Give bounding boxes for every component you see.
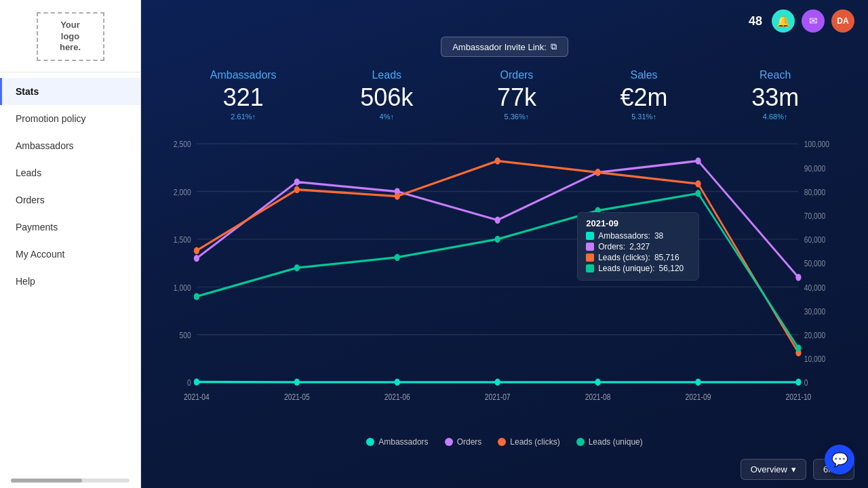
svg-point-35 [695,378,701,385]
overview-chevron: ▾ [791,464,796,474]
top-bar: 48 🔔 ✉ DA [141,0,868,33]
stat-label-ambassadors: Ambassadors [210,69,277,81]
sidebar-item-leads[interactable]: Leads [0,159,140,186]
svg-point-49 [695,180,701,187]
chart-svg: 05001,0001,5002,0002,500010,00020,00030,… [155,126,854,426]
stat-change-orders: 5.36%↑ [497,113,536,121]
svg-point-32 [395,378,400,385]
svg-point-48 [595,169,600,176]
svg-point-55 [595,207,600,214]
svg-point-52 [294,264,300,271]
svg-point-56 [695,190,701,197]
svg-point-42 [695,157,701,164]
logo: Your logo here. [37,12,104,61]
svg-point-36 [795,378,801,385]
chat-bubble[interactable]: 💬 [825,445,854,474]
stat-value-reach: 33m [751,84,799,111]
svg-text:20,000: 20,000 [804,329,826,339]
bottom-bar: Overview ▾ 6M ▾ [141,453,868,488]
stat-change-sales: 5.31%↑ [620,113,668,121]
stat-change-ambassadors: 2.61%↑ [210,113,277,121]
bell-icon[interactable]: 🔔 [772,9,795,33]
chart-legend: Ambassadors Orders Leads (clicks) Leads … [141,433,868,453]
legend-label: Ambassadors [378,437,428,447]
svg-text:500: 500 [179,329,191,339]
svg-point-53 [395,253,400,260]
svg-text:50,000: 50,000 [804,258,826,268]
overview-dropdown[interactable]: Overview ▾ [741,459,806,480]
stat-label-reach: Reach [751,69,799,81]
svg-point-31 [294,378,300,385]
stat-label-sales: Sales [620,69,668,81]
svg-text:0: 0 [804,378,808,387]
sidebar-item-stats[interactable]: Stats [0,78,140,105]
svg-text:2021-04: 2021-04 [184,392,210,401]
legend-dot [498,438,506,446]
sidebar-item-orders[interactable]: Orders [0,186,140,214]
sidebar-item-ambassadors[interactable]: Ambassadors [0,132,140,159]
svg-text:80,000: 80,000 [804,186,826,196]
svg-text:40,000: 40,000 [804,282,826,291]
sidebar: Your logo here. StatsPromotion policyAmb… [0,0,141,488]
sidebar-item-help[interactable]: Help [0,268,140,295]
legend-dot [576,438,585,446]
stat-orders: Orders 77k 5.36%↑ [497,69,536,121]
svg-point-47 [495,157,500,164]
svg-text:2021-08: 2021-08 [585,392,611,401]
sidebar-item-payments[interactable]: Payments [0,214,140,241]
svg-point-44 [194,247,199,253]
main-content: 48 🔔 ✉ DA Ambassador Invite Link: ⧉ Amba… [141,0,868,488]
stat-value-ambassadors: 321 [210,84,277,111]
stat-ambassadors: Ambassadors 321 2.61%↑ [210,69,277,121]
svg-text:2021-10: 2021-10 [786,392,812,401]
stat-value-orders: 77k [497,84,536,111]
stat-value-sales: €2m [620,84,668,111]
svg-point-34 [595,378,600,385]
mail-icon[interactable]: ✉ [802,9,825,33]
legend-item-ambassadors: Ambassadors [366,437,428,447]
svg-text:30,000: 30,000 [804,306,826,315]
overview-label: Overview [751,464,787,474]
notification-count: 48 [749,14,762,28]
svg-text:2021-05: 2021-05 [284,392,310,401]
svg-text:2021-09: 2021-09 [686,392,711,401]
sidebar-item-my-account[interactable]: My Account [0,241,140,268]
sidebar-scrollbar-thumb [11,479,82,483]
svg-text:100,000: 100,000 [804,139,830,148]
sidebar-scrollbar[interactable] [11,479,130,483]
nav-menu: StatsPromotion policyAmbassadorsLeadsOrd… [0,73,140,473]
svg-text:2021-06: 2021-06 [384,392,410,401]
svg-point-54 [495,235,500,242]
stat-value-leads: 506k [360,84,413,111]
invite-link-button[interactable]: Ambassador Invite Link: ⧉ [441,37,568,57]
svg-point-40 [495,216,500,223]
svg-point-51 [194,293,199,300]
svg-text:1,000: 1,000 [174,282,191,291]
legend-item-leads-(unique): Leads (unique) [576,437,643,447]
invite-link-bar: Ambassador Invite Link: ⧉ [141,37,868,57]
invite-link-label: Ambassador Invite Link: [452,42,547,52]
sidebar-item-promotion-policy[interactable]: Promotion policy [0,105,140,132]
svg-text:2021-07: 2021-07 [485,392,511,401]
legend-label: Orders [457,437,482,447]
avatar[interactable]: DA [831,9,854,33]
stat-change-leads: 4%↑ [360,113,413,121]
chart-container: 05001,0001,5002,0002,500010,00020,00030,… [141,126,868,433]
svg-text:70,000: 70,000 [804,210,826,220]
svg-point-45 [294,186,300,192]
svg-text:60,000: 60,000 [804,235,826,244]
svg-point-46 [395,192,400,199]
stat-sales: Sales €2m 5.31%↑ [620,69,668,121]
legend-dot [366,438,374,446]
svg-point-38 [294,178,300,185]
svg-text:2,000: 2,000 [174,186,191,196]
legend-label: Leads (clicks) [510,437,559,447]
stat-leads: Leads 506k 4%↑ [360,69,413,121]
legend-item-leads-(clicks): Leads (clicks) [498,437,559,447]
svg-text:90,000: 90,000 [804,163,826,172]
svg-text:2,500: 2,500 [174,139,191,148]
stat-label-orders: Orders [497,69,536,81]
stat-reach: Reach 33m 4.68%↑ [751,69,799,121]
stat-change-reach: 4.68%↑ [751,113,799,121]
legend-dot [445,438,453,446]
